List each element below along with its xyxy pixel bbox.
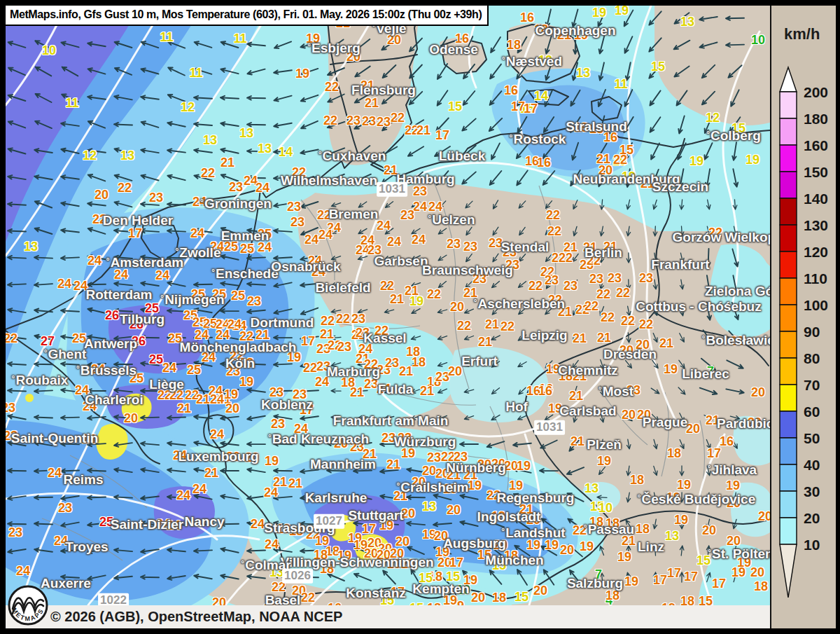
- city-marker-icon: °: [702, 334, 706, 344]
- city-label: Carlsbad: [559, 404, 616, 418]
- svg-text:30: 30: [804, 483, 820, 499]
- city-label: Lübeck: [439, 149, 486, 163]
- temp-label: 13: [665, 530, 679, 542]
- city-marker-icon: °: [106, 256, 110, 266]
- temp-label: 20: [533, 584, 547, 597]
- temp-label: 17: [684, 570, 698, 583]
- temp-label: 11: [614, 78, 627, 90]
- city-label: Odense: [429, 43, 478, 56]
- temp-label: 22: [547, 225, 561, 237]
- temp-label: 10: [751, 34, 765, 46]
- temp-label: 23: [346, 114, 360, 127]
- svg-text:130: 130: [804, 217, 828, 233]
- temp-label: 21: [569, 390, 583, 402]
- temp-label: 20: [750, 566, 764, 579]
- temp-label: 23: [58, 502, 72, 514]
- temp-label: 15: [514, 591, 528, 603]
- city-marker-icon: °: [211, 268, 215, 277]
- city-marker-icon: °: [474, 298, 477, 308]
- city-marker-icon: °: [428, 214, 431, 223]
- temp-label: 21: [365, 97, 379, 109]
- temp-label: 19: [580, 540, 594, 553]
- isobar-value-label: 1031: [534, 420, 565, 435]
- temp-label: 20: [447, 504, 461, 516]
- temp-label: 15: [651, 60, 665, 73]
- city-label: °Colberg: [706, 129, 761, 142]
- temp-label: 16: [538, 385, 552, 397]
- temp-label: 22: [201, 167, 215, 179]
- city-label: °Bad Kreuznach: [268, 432, 369, 446]
- temp-label: 24: [428, 200, 442, 213]
- temp-label: 23: [608, 272, 622, 284]
- temp-label: 19: [224, 388, 238, 401]
- city-label: °Uelzen: [428, 213, 475, 226]
- city-label: Szczecin: [652, 180, 708, 193]
- temp-label: 19: [690, 155, 704, 167]
- isobar-value-label: 1026: [282, 569, 313, 584]
- temp-label: 25: [231, 289, 245, 302]
- temp-label: 18: [412, 356, 426, 368]
- svg-text:60: 60: [804, 404, 820, 420]
- city-marker-icon: °: [638, 493, 641, 503]
- temp-label: 22: [559, 251, 573, 264]
- copyright-text: © 2026 (AGB), OpenStreetMap, NOAA NCEP: [50, 609, 342, 625]
- temp-label: 16: [520, 11, 534, 24]
- temp-label: 13: [422, 500, 436, 513]
- city-label: Augsburg: [443, 537, 506, 550]
- temp-label: 19: [239, 375, 253, 388]
- temp-label: 19: [677, 478, 691, 491]
- city-marker-icon: °: [318, 150, 322, 160]
- city-label: Prague: [643, 415, 687, 429]
- city-label: Antwerp: [84, 337, 137, 350]
- city-label: Marburg: [327, 365, 380, 378]
- temp-label: 24: [114, 268, 128, 281]
- city-label: Stuttgart: [348, 509, 403, 522]
- city-label: Garbsen: [374, 254, 428, 268]
- city-label: Kassel: [363, 331, 406, 345]
- city-label: Cottbus - Chóśebuz: [636, 300, 761, 313]
- temp-label: 23: [427, 451, 441, 464]
- temp-label: 23: [385, 357, 399, 369]
- temp-label: 17: [667, 567, 681, 579]
- temp-label: 24: [190, 227, 204, 240]
- city-label: Emmen: [221, 229, 270, 242]
- temp-label: 21: [485, 318, 499, 331]
- temp-label: 21: [416, 124, 430, 137]
- temp-label: 20: [94, 188, 108, 201]
- svg-text:160: 160: [804, 137, 828, 153]
- city-marker-icon: °: [268, 433, 272, 443]
- city-marker-icon: °: [12, 374, 15, 384]
- temp-label: 15: [448, 100, 462, 113]
- temp-label: 19: [597, 455, 611, 467]
- city-label: Hof: [505, 400, 528, 413]
- temp-label: 11: [65, 97, 78, 109]
- temp-label: 16: [504, 84, 518, 97]
- temp-label: 13: [680, 15, 694, 28]
- temp-label: 24: [412, 233, 426, 246]
- metmaps-logo[interactable]: METMAPS: [6, 584, 51, 628]
- map-title: MetMaps.info, Gfs Gust 10 m, Mos Tempera…: [10, 8, 482, 20]
- temp-label: 24: [155, 269, 169, 282]
- isobar-value-label: 1027: [314, 514, 344, 529]
- city-label: Berlin: [584, 246, 622, 259]
- temp-label: 22: [323, 114, 337, 127]
- temp-label: 20: [387, 34, 401, 46]
- city-label: °Rostock: [510, 132, 566, 146]
- temp-label: 24: [192, 483, 206, 495]
- city-label: Tilburg: [120, 312, 164, 326]
- temp-label: 20: [758, 510, 770, 523]
- svg-text:110: 110: [804, 270, 827, 287]
- temp-label: 23: [149, 191, 163, 204]
- map-viewport[interactable]: 1011111111121213131313141319191315111213…: [6, 6, 770, 628]
- temp-label: 13: [584, 482, 598, 495]
- temp-label: 21: [596, 153, 610, 165]
- temp-label: 24: [251, 518, 265, 530]
- temp-label: 24: [264, 486, 278, 499]
- temp-label: 24: [377, 219, 391, 232]
- temp-label: 20: [124, 412, 138, 425]
- city-label: Den Helder: [103, 214, 173, 227]
- temp-label: 22: [380, 280, 394, 292]
- temp-label: 21: [573, 332, 587, 345]
- temp-label: 20: [450, 301, 464, 313]
- temp-label: 21: [177, 402, 191, 415]
